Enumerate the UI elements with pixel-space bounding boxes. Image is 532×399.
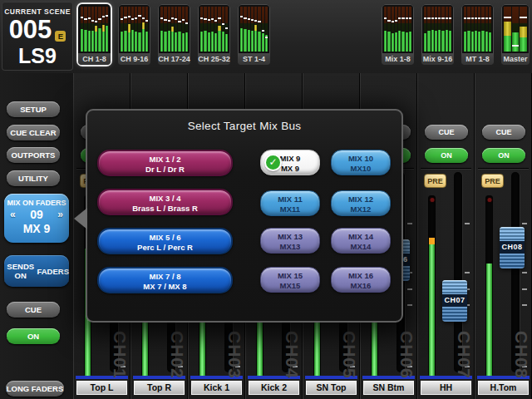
clip-led-icon [430, 198, 434, 202]
meter-bar [145, 7, 148, 52]
mix-bus-button-15[interactable]: MIX 15MX15 [260, 267, 320, 293]
meter-bar [262, 7, 264, 52]
cue-button[interactable]: CUE [7, 302, 60, 318]
meter-bar [401, 7, 404, 52]
console-name: LS9 [2, 44, 73, 67]
dialog-title: Select Target Mix Bus [87, 120, 401, 132]
meter-bar [222, 7, 224, 52]
fader-scale-tick [465, 272, 470, 273]
channel-name-box[interactable]: Top R [134, 381, 185, 395]
mix-pair-button-5-6[interactable]: MIX 5 / 6Perc L / Perc R [97, 228, 233, 254]
channel-name-box[interactable]: Kick 1 [191, 381, 242, 395]
channel-cue-button[interactable]: CUE [482, 125, 525, 140]
meter-block-label: CH 25-32 [198, 53, 230, 65]
meter-bar [106, 7, 108, 52]
meter-bar [175, 7, 177, 52]
meter-block[interactable]: ST 1-4 [238, 4, 270, 65]
meter-bar [254, 7, 257, 52]
mix-bus-button-11[interactable]: MIX 11MX11 [260, 190, 320, 216]
meter-block[interactable]: Mix 9-16 [421, 4, 454, 65]
channel-name-box[interactable]: H.Tom [478, 381, 529, 395]
meter-bar [424, 7, 426, 52]
meter-bar [449, 7, 451, 52]
meter-block[interactable]: CH 9-16 [118, 4, 150, 65]
pre-badge[interactable]: PRE [481, 174, 504, 188]
sidebar-button-setup[interactable]: SETUP [7, 101, 60, 117]
meter-bar [135, 7, 137, 52]
meter-bar [475, 7, 477, 52]
prev-mix-icon[interactable]: « [10, 209, 16, 221]
meter-bar [387, 7, 390, 52]
meter-bar [121, 7, 123, 52]
meter-fill [486, 264, 492, 376]
mix-bus-button-14[interactable]: MIX 14MX14 [331, 228, 391, 254]
channel-name-box[interactable]: SN Btm [363, 381, 414, 395]
mix-pair-button-7-8[interactable]: MIX 7 / 8MX 7 / MX 8 [97, 267, 233, 293]
mix-bus-button-9[interactable]: MIX 9MX 9✓ [260, 150, 320, 175]
long-faders-button[interactable]: LONG FADERS [6, 381, 64, 397]
meter-bar [395, 7, 397, 52]
meter-bar [240, 7, 243, 52]
meter-bar [91, 7, 94, 52]
sends-on-faders-button[interactable]: SENDS ONFADERS [4, 255, 69, 287]
mix-pair-button-1-2[interactable]: MIX 1 / 2Dr L / Dr R [97, 150, 233, 176]
sidebar-button-cue-clear[interactable]: CUE CLEAR [7, 125, 60, 140]
meter-block-label: Master [501, 53, 530, 65]
channel-name-box[interactable]: HH [421, 381, 471, 395]
meter-bar [441, 7, 444, 52]
mix-bus-button-12[interactable]: MIX 12MX12 [331, 190, 391, 216]
fader-cap[interactable]: CH07 [442, 280, 467, 322]
meter-bars [424, 7, 451, 52]
sidebar-button-outports[interactable]: OUTPORTS [7, 147, 60, 163]
meter-bar [427, 7, 430, 52]
mix-bus-button-16[interactable]: MIX 16MX16 [331, 267, 391, 293]
meter-bar [88, 7, 91, 52]
meter-block[interactable]: CH 25-32 [198, 4, 230, 65]
meter-bar [204, 7, 206, 52]
sidebar-button-utility[interactable]: UTILITY [7, 170, 60, 186]
meter-bar [467, 7, 470, 52]
meter-bar [178, 7, 180, 52]
mix-bus-button-13[interactable]: MIX 13MX13 [260, 228, 320, 254]
meter-bar [168, 7, 170, 52]
mix-pair-button-3-4[interactable]: MIX 3 / 4Brass L / Brass R [97, 189, 233, 215]
channel-on-button[interactable]: ON [482, 148, 525, 163]
strip-divider [421, 168, 471, 169]
scene-panel[interactable]: CURRENT SCENE 005 E LS9 [2, 2, 73, 71]
mix-bus-button-10[interactable]: MIX 10MX10 [331, 150, 391, 175]
meter-bar [471, 7, 474, 52]
channel-name-box[interactable]: Kick 2 [249, 381, 299, 395]
pre-badge[interactable]: PRE [424, 174, 446, 188]
meter-block[interactable]: MT 1-8 [461, 4, 494, 65]
meter-block[interactable]: CH 17-24 [158, 4, 190, 65]
meter-bar [214, 7, 217, 52]
meter-block[interactable]: Master [501, 4, 530, 65]
meter-bar [504, 7, 511, 52]
meter-bar [211, 7, 214, 52]
meter-bar [131, 7, 134, 52]
channel-name-box[interactable]: Top L [76, 381, 127, 395]
fader-scale-tick [522, 304, 527, 306]
meter-bars [160, 7, 188, 52]
channel-id-vertical: CH01 [110, 331, 130, 379]
channel-on-button[interactable]: ON [425, 148, 468, 163]
on-button[interactable]: ON [7, 328, 60, 344]
next-mix-icon[interactable]: » [57, 209, 63, 221]
meter-block-label: CH 1-8 [78, 53, 111, 65]
meter-block[interactable]: CH 1-8 [78, 4, 111, 65]
meter-bar [251, 7, 254, 52]
meter-bar [98, 7, 101, 52]
meter-bar [84, 7, 86, 52]
meter-bar [218, 7, 220, 52]
meter-bars [81, 7, 108, 52]
channel-name-box[interactable]: SN Top [306, 381, 357, 395]
meter-block[interactable]: Mix 1-8 [382, 4, 414, 65]
mix-on-faders-panel[interactable]: MIX ON FADERS « 09 » MX 9 [4, 194, 69, 243]
fader-cap[interactable]: CH08 [500, 227, 525, 268]
channel-cue-button[interactable]: CUE [425, 125, 468, 140]
meter-bar [384, 7, 387, 52]
fader-cap-label: CH07 [442, 294, 467, 307]
meter-bars [200, 7, 228, 52]
meter-bar [164, 7, 166, 52]
selected-check-icon: ✓ [264, 154, 282, 171]
